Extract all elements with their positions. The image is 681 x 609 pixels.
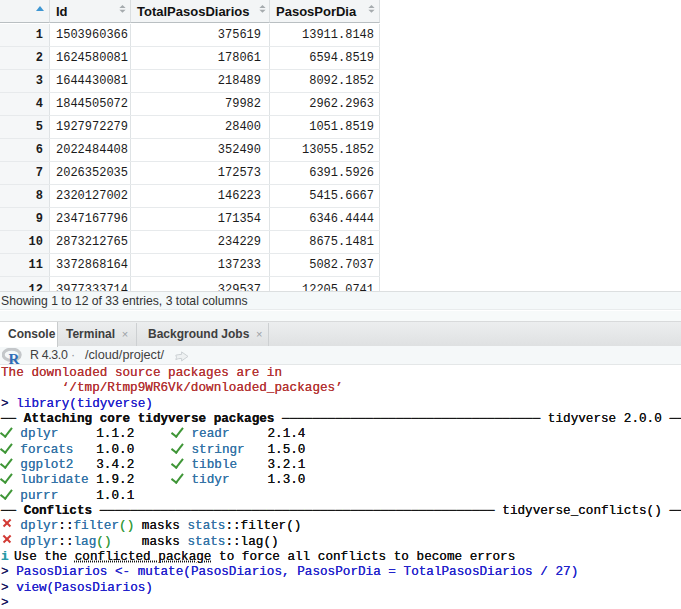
svg-text:R: R (9, 351, 20, 365)
